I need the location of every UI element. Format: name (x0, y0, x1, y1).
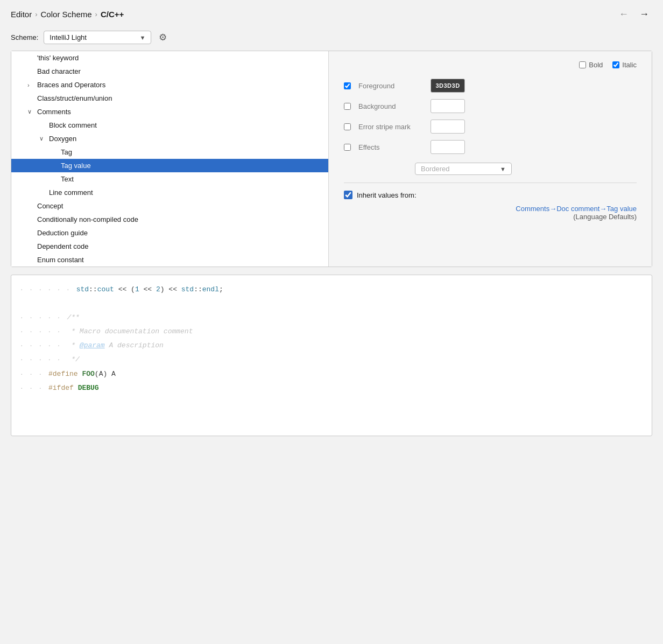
dots-8: · · · (20, 383, 43, 394)
tree-item-dependent-code[interactable]: Dependent code (11, 240, 328, 253)
kw-ifdef: #ifdef (48, 382, 78, 394)
scheme-dropdown[interactable]: IntelliJ Light ▼ (44, 31, 151, 44)
background-checkbox[interactable] (344, 103, 351, 110)
comment-star-2: * (67, 340, 79, 352)
bold-checkbox-label[interactable]: Bold (579, 61, 603, 69)
tree-item-bad-character[interactable]: Bad character (11, 65, 328, 78)
inherit-checkbox[interactable] (344, 191, 352, 199)
preview-line-blank (11, 297, 652, 311)
top-bar: Editor › Color Scheme › C/C++ ← → (0, 0, 663, 26)
background-label: Background (358, 102, 423, 110)
scheme-dropdown-arrow: ▼ (139, 34, 145, 41)
effects-type-value: Bordered (421, 165, 449, 173)
inherit-path: Comments→Doc comment→Tag value (Language… (344, 205, 637, 221)
kw-std-2: std (181, 284, 194, 296)
nav-arrows: ← → (616, 8, 652, 21)
breadcrumb-cpp[interactable]: C/C++ (101, 10, 124, 19)
kw-debug: DEBUG (78, 382, 99, 394)
num-2: 2 (156, 284, 160, 296)
tree-label-comments: Comments (37, 108, 71, 116)
error-stripe-row: Error stripe mark (344, 120, 637, 134)
italic-checkbox[interactable] (612, 61, 619, 68)
tree-item-class-struct[interactable]: Class/struct/enum/union (11, 92, 328, 105)
tree-item-block-comment[interactable]: Block comment (11, 118, 328, 132)
dots-1: · · · · · · (20, 285, 71, 295)
back-button[interactable]: ← (616, 8, 632, 21)
preview-line-3: · · · · · /** (11, 311, 652, 325)
comment-param: @param (80, 340, 105, 352)
toggle-doxygen: ∨ (39, 135, 47, 142)
effects-type-dropdown[interactable]: Bordered ▼ (415, 163, 512, 175)
divider (344, 183, 637, 183)
preview-line-4: · · · · · * Macro documentation comment (11, 325, 652, 339)
kw-foo: FOO (82, 368, 94, 380)
error-stripe-checkbox[interactable] (344, 123, 351, 130)
dots-7: · · · (20, 369, 43, 380)
preview-line-8: · · · #ifdef DEBUG (11, 381, 652, 395)
kw-std-1: std (76, 284, 89, 296)
comment-open: /** (67, 312, 79, 324)
foreground-label: Foreground (358, 82, 423, 90)
tree-item-braces-operators[interactable]: › Braces and Operators (11, 78, 328, 92)
tree-item-tag-value[interactable]: Tag value (11, 159, 328, 172)
op-1: :: (89, 284, 97, 296)
italic-checkbox-label[interactable]: Italic (612, 61, 637, 69)
dots-3: · · · · · (20, 313, 61, 323)
tree-label-conditionally: Conditionally non-compiled code (37, 215, 138, 223)
tree-panel: 'this' keyword Bad character › Braces an… (11, 51, 329, 267)
comment-macro: * Macro documentation comment (67, 326, 193, 338)
tree-item-deduction-guide[interactable]: Deduction guide (11, 226, 328, 240)
toggle-comments: ∨ (27, 108, 35, 115)
main-content: 'this' keyword Bad character › Braces an… (11, 51, 652, 267)
bold-label: Bold (589, 61, 603, 69)
breadcrumb-color-scheme[interactable]: Color Scheme (41, 10, 92, 19)
tree-label-class-struct: Class/struct/enum/union (37, 94, 112, 102)
op-2: << (114, 284, 131, 296)
inherit-label: Inherit values from: (357, 191, 417, 199)
tree-item-text[interactable]: Text (11, 172, 328, 186)
preview-line-7: · · · #define FOO(A) A (11, 367, 652, 381)
right-panel: Bold Italic Foreground 3D3D3D Background… (329, 51, 652, 267)
error-stripe-swatch[interactable] (431, 120, 465, 134)
toggle-braces-operators: › (27, 82, 35, 88)
breadcrumb: Editor › Color Scheme › C/C++ (11, 10, 124, 19)
preview-line-1: · · · · · · std::cout << (1 << 2) << std… (11, 283, 652, 297)
effects-label: Effects (358, 143, 423, 151)
tree-label-tag-value: Tag value (61, 162, 91, 170)
effects-row: Effects (344, 140, 637, 154)
tree-label-enum-constant: Enum constant (37, 256, 84, 264)
tree-item-tag[interactable]: Tag (11, 145, 328, 159)
dots-4: · · · · · (20, 327, 61, 337)
effects-swatch[interactable] (431, 140, 465, 154)
tree-item-conditionally[interactable]: Conditionally non-compiled code (11, 213, 328, 226)
inherit-path-link[interactable]: Comments→Doc comment→Tag value (516, 205, 637, 213)
tree-item-line-comment[interactable]: Line comment (11, 186, 328, 199)
effects-checkbox[interactable] (344, 144, 351, 151)
tree-label-block-comment: Block comment (49, 121, 97, 129)
tree-label-tag: Tag (61, 148, 72, 156)
dots-6: · · · · · (20, 355, 61, 365)
foreground-checkbox[interactable] (344, 82, 351, 89)
foreground-row: Foreground 3D3D3D (344, 79, 637, 93)
foreground-swatch[interactable]: 3D3D3D (431, 79, 465, 93)
inherit-row: Inherit values from: (344, 191, 637, 199)
forward-button[interactable]: → (636, 8, 652, 21)
preview-line-6: · · · · · */ (11, 353, 652, 367)
code-preview: · · · · · · std::cout << (1 << 2) << std… (11, 275, 652, 436)
tree-item-this-keyword[interactable]: 'this' keyword (11, 51, 328, 65)
bold-checkbox[interactable] (579, 61, 586, 68)
background-swatch[interactable] (431, 99, 465, 113)
breadcrumb-sep-2: › (95, 10, 97, 18)
tree-item-enum-constant[interactable]: Enum constant (11, 253, 328, 267)
scheme-value: IntelliJ Light (50, 33, 87, 41)
tree-item-doxygen[interactable]: ∨ Doxygen (11, 132, 328, 145)
kw-cout: cout (97, 284, 114, 296)
foreground-color-value: 3D3D3D (435, 82, 460, 89)
tree-item-comments[interactable]: ∨ Comments (11, 105, 328, 118)
breadcrumb-editor[interactable]: Editor (11, 10, 32, 19)
inherit-paren: (Language Defaults) (573, 213, 637, 221)
gear-button[interactable]: ⚙ (157, 31, 169, 44)
tree-item-concept[interactable]: Concept (11, 199, 328, 213)
op-3: ( (131, 284, 135, 296)
italic-label: Italic (622, 61, 637, 69)
